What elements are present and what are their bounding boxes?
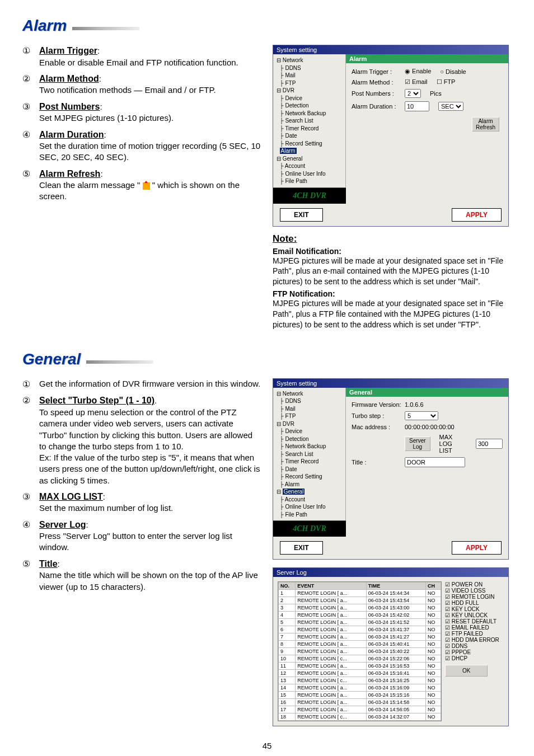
- item-body: Set the maximum number of log list.: [39, 503, 173, 513]
- alarm-refresh-button[interactable]: Alarm Refresh: [472, 117, 499, 132]
- title-input[interactable]: [405, 457, 465, 467]
- item-title: Title: [39, 559, 58, 569]
- note-ftp-body: MJPEG pictures will be made at your desi…: [273, 298, 512, 330]
- turbo-label: Turbo step :: [352, 412, 405, 419]
- table-row[interactable]: 4REMOTE LOGIN [ a...06-03-24 15:42:02NO: [279, 612, 441, 619]
- item-title: Server Log: [39, 520, 86, 529]
- filter-checkbox[interactable]: ☑ POWER ON: [445, 581, 505, 588]
- table-row[interactable]: 5REMOTE LOGIN [ a...06-03-24 15:41:52NO: [279, 619, 441, 626]
- maxlog-input[interactable]: [476, 439, 503, 449]
- alarm-duration-unit[interactable]: SEC: [438, 102, 463, 111]
- table-row[interactable]: 6REMOTE LOGIN [ a...06-03-24 15:41:37NO: [279, 626, 441, 633]
- item-body: Name the title which will be shown on th…: [39, 570, 258, 591]
- table-row[interactable]: 16REMOTE LOGIN [ a...06-03-24 15:14:58NO: [279, 699, 441, 706]
- turbo-select[interactable]: 5: [405, 411, 438, 420]
- filter-checkbox[interactable]: ☑ VIDEO LOSS: [445, 588, 505, 594]
- table-row[interactable]: 7REMOTE LOGIN [ a...06-03-24 15:41:27NO: [279, 633, 441, 641]
- list-item: Alarm Method:Two notification methods — …: [39, 73, 261, 96]
- post-numbers-label: Post Numbers :: [352, 90, 405, 97]
- filter-checkbox[interactable]: ☑ KEY LOCK: [445, 606, 505, 612]
- alarm-heading: Alarm: [22, 17, 67, 35]
- list-item: Server Log:Press "Server Log" button to …: [39, 519, 261, 553]
- filter-checkbox[interactable]: ☑ FTP FAILED: [445, 631, 505, 637]
- table-row[interactable]: 2REMOTE LOGIN [ a...06-03-24 15:43:54NO: [279, 597, 441, 604]
- alarm-trigger-label: Alarm Trigger :: [352, 68, 405, 75]
- list-number: ②: [22, 395, 37, 486]
- list-item: Title:Name the title which will be shown…: [39, 558, 261, 593]
- table-row[interactable]: 14REMOTE LOGIN [ a...06-03-24 15:16:09NO: [279, 684, 441, 692]
- ok-button[interactable]: OK: [445, 665, 488, 677]
- filter-checkbox[interactable]: ☑ RESET DEFAULT: [445, 618, 505, 624]
- table-row[interactable]: 17REMOTE LOGIN [ a...06-03-24 14:56:05NO: [279, 706, 441, 713]
- filter-checkbox[interactable]: ☑ EMAIL FAILED: [445, 624, 505, 631]
- item-title: Alarm Duration: [39, 130, 104, 139]
- filter-checkbox[interactable]: ☑ PPPOE: [445, 649, 505, 655]
- item-body: Clean the alarm message " " which is sho…: [39, 180, 240, 201]
- list-item: Alarm Trigger:Enable or disable Email an…: [39, 45, 261, 68]
- item-title: Alarm Method: [39, 74, 99, 83]
- list-item: Alarm Refresh:Clean the alarm message " …: [39, 168, 261, 203]
- item-title: Select "Turbo Step" (1 - 10): [39, 396, 154, 405]
- pane-title: General: [346, 388, 508, 397]
- table-row[interactable]: 15REMOTE LOGIN [ a...06-03-24 15:15:16NO: [279, 692, 441, 699]
- filter-checkbox[interactable]: ☑ KEY UNLOCK: [445, 612, 505, 618]
- table-row[interactable]: 9REMOTE LOGIN [ a...06-03-24 15:40:22NO: [279, 648, 441, 655]
- list-number: ④: [22, 519, 37, 553]
- exit-button[interactable]: EXIT: [280, 541, 323, 555]
- title-label: Title :: [352, 459, 405, 466]
- list-number: ③: [22, 101, 37, 124]
- table-row[interactable]: 3REMOTE LOGIN [ a...06-03-24 15:43:00NO: [279, 604, 441, 612]
- list-number: ②: [22, 73, 37, 96]
- item-title: Alarm Trigger: [39, 46, 97, 55]
- apply-button[interactable]: APPLY: [452, 208, 502, 222]
- item-body: To speed up menu selection or the contro…: [39, 407, 260, 485]
- table-row[interactable]: 11REMOTE LOGIN [ a...06-03-24 15:16:53NO: [279, 663, 441, 670]
- table-row[interactable]: 1REMOTE LOGIN [ a...06-03-24 15:44:34NO: [279, 590, 441, 597]
- system-setting-general-window: System setting ⊟ Network ├ DDNS ├ Mail ├…: [273, 378, 509, 560]
- col-event: EVENT: [296, 583, 367, 590]
- system-setting-alarm-window: System setting ⊟ Network ├ DDNS ├ Mail ├…: [273, 45, 509, 227]
- nav-tree[interactable]: ⊟ Network ├ DDNS ├ Mail ├ FTP ⊟ DVR ├ De…: [273, 54, 346, 187]
- enable-radio[interactable]: ◉ Enable: [405, 68, 431, 75]
- nav-tree[interactable]: ⊟ Network ├ DDNS ├ Mail ├ FTP ⊟ DVR ├ De…: [273, 388, 346, 521]
- maxlog-label: MAX LOG LIST: [439, 434, 467, 454]
- window-title: System setting: [273, 45, 508, 54]
- server-log-table[interactable]: NO. EVENT TIME CH 1REMOTE LOGIN [ a...06…: [278, 581, 442, 721]
- filter-checkbox[interactable]: ☑ HDD DMA ERROR: [445, 637, 505, 643]
- filter-checkbox[interactable]: ☑ DHCP: [445, 655, 505, 661]
- filter-checkbox[interactable]: ☑ REMOTE LOGIN: [445, 594, 505, 600]
- disable-radio[interactable]: ○ Disable: [440, 68, 466, 75]
- post-numbers-select[interactable]: 2: [405, 89, 421, 98]
- brand-label: 4CH DVR: [273, 187, 346, 204]
- item-body: Two notification methods — Email and / o…: [39, 85, 216, 95]
- item-body: Set MJPEG pictures (1-10 pictures).: [39, 113, 174, 123]
- table-row[interactable]: 8REMOTE LOGIN [ a...06-03-24 15:40:41NO: [279, 641, 441, 648]
- list-number: ①: [22, 378, 37, 391]
- item-body: Set the duration time of motion trigger …: [39, 141, 260, 162]
- email-checkbox[interactable]: ☑ Email: [405, 78, 428, 86]
- ftp-checkbox[interactable]: ☐ FTP: [437, 78, 456, 86]
- filter-checkbox[interactable]: ☑ DDNS: [445, 643, 505, 649]
- list-number: ⑤: [22, 558, 37, 593]
- list-number: ①: [22, 45, 37, 68]
- pics-label: Pics: [430, 90, 442, 97]
- heading-rule: [72, 27, 139, 30]
- alarm-duration-label: Alarm Duration :: [352, 103, 405, 110]
- filter-checkbox[interactable]: ☑ HDD FULL: [445, 600, 505, 606]
- server-log-button[interactable]: Server Log: [405, 436, 430, 451]
- apply-button[interactable]: APPLY: [452, 541, 502, 555]
- table-row[interactable]: 10REMOTE LOGIN [ c...06-03-24 15:22:06NO: [279, 655, 441, 663]
- exit-button[interactable]: EXIT: [280, 208, 323, 222]
- list-item: Post Numbers:Set MJPEG pictures (1-10 pi…: [39, 101, 261, 124]
- list-number: ③: [22, 491, 37, 514]
- note-heading: Note:: [273, 233, 512, 245]
- table-row[interactable]: 12REMOTE LOGIN [ a...06-03-24 15:16:41NO: [279, 670, 441, 677]
- mac-value: 00:00:00:00:00:00: [405, 424, 503, 430]
- item-body: Get the information of DVR firmware vers…: [39, 379, 260, 388]
- alarm-duration-input[interactable]: [405, 101, 429, 111]
- table-row[interactable]: 18REMOTE LOGIN [ c...06-03-24 14:32:07NO: [279, 713, 441, 721]
- list-number: ④: [22, 129, 37, 163]
- window-title: System setting: [273, 379, 508, 388]
- item-body: Enable or disable Email and FTP notifica…: [39, 58, 238, 67]
- table-row[interactable]: 13REMOTE LOGIN [ c...06-03-24 15:16:25NO: [279, 677, 441, 684]
